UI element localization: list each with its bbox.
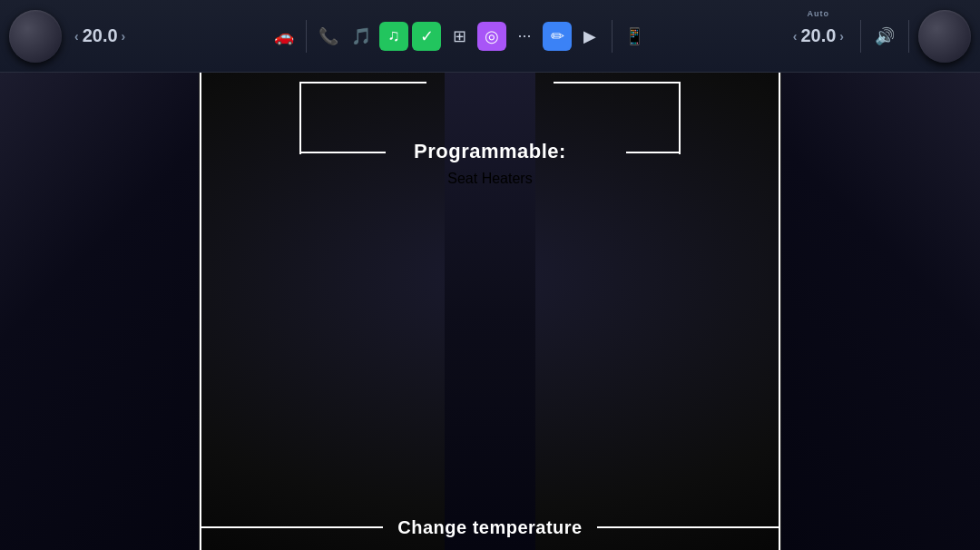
- divider-1: [306, 20, 307, 53]
- top-center-controls: 🚗 📞 🎵 ♫ ✓ ⊞ ◎ ··· ✏ ▶ 📱: [132, 20, 785, 53]
- auto-label: Auto: [808, 9, 830, 18]
- top-bar: ‹ 20.0 › 🚗 📞 🎵 ♫ ✓ ⊞ ◎ ··· ✏ ▶ 📱 Auto ‹ …: [0, 0, 980, 73]
- grid-icon[interactable]: ⊞: [445, 22, 474, 51]
- right-speed-display: Auto ‹ 20.0 ›: [786, 25, 851, 46]
- left-knob-large[interactable]: [9, 10, 62, 63]
- dots-icon[interactable]: ···: [510, 22, 539, 51]
- music-icon[interactable]: 🎵: [347, 22, 376, 51]
- right-arrow-forward[interactable]: ›: [839, 29, 844, 44]
- main-content: Programmable: Seat Heaters: [200, 73, 780, 550]
- left-door-panel: [0, 73, 200, 550]
- divider-4: [908, 20, 909, 53]
- left-arrow-forward[interactable]: ›: [122, 29, 126, 44]
- bottom-line-right: [597, 526, 780, 528]
- right-arrow-back[interactable]: ‹: [793, 29, 798, 44]
- edit-icon[interactable]: ✏: [543, 22, 572, 51]
- left-control-group: ‹ 20.0 ›: [9, 10, 132, 63]
- divider-3: [860, 20, 861, 53]
- volume-icon[interactable]: 🔊: [870, 22, 899, 51]
- programmable-label: Programmable:: [414, 140, 566, 163]
- right-knob-large[interactable]: [918, 10, 971, 63]
- bracket-container: Programmable:: [281, 82, 699, 163]
- right-control-group: Auto ‹ 20.0 › 🔊: [786, 10, 971, 63]
- play-icon[interactable]: ▶: [575, 22, 604, 51]
- divider-2: [612, 20, 612, 53]
- circle-dot-icon[interactable]: ◎: [477, 22, 506, 51]
- bottom-line-left: [200, 526, 383, 528]
- bottom-bar: Change temperature: [200, 505, 780, 550]
- checkmark-icon[interactable]: ✓: [412, 22, 441, 51]
- bracket-right: [554, 82, 681, 154]
- right-door-panel: [780, 73, 980, 550]
- left-arrow-back[interactable]: ‹: [74, 29, 79, 44]
- change-temperature-label: Change temperature: [383, 517, 597, 538]
- right-speed-value: 20.0: [800, 25, 836, 46]
- bracket-left: [299, 82, 426, 154]
- car-icon[interactable]: 🚗: [270, 22, 299, 51]
- feature-list: Seat Heaters: [200, 171, 780, 187]
- left-speed-display: ‹ 20.0 ›: [67, 25, 132, 46]
- phone2-icon[interactable]: 📱: [620, 22, 649, 51]
- spotify-icon[interactable]: ♫: [379, 22, 408, 51]
- left-speed-value: 20.0: [83, 25, 118, 46]
- h-line-left: [299, 152, 386, 153]
- h-line-right: [626, 152, 681, 153]
- phone-icon[interactable]: 📞: [314, 22, 343, 51]
